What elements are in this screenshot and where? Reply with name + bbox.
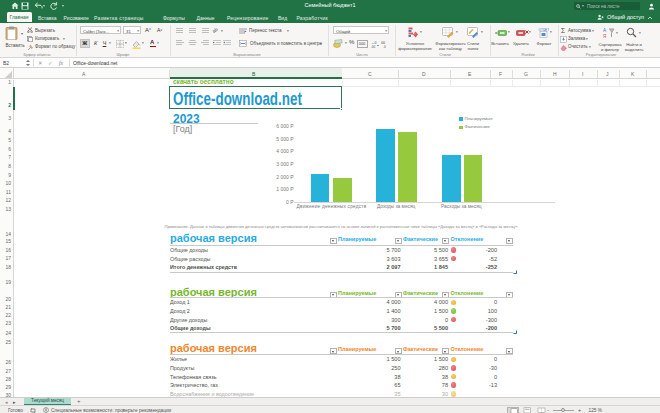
svg-text:Я: Я <box>603 33 606 38</box>
svg-text:ОТЧЕТ: ОТЧЕТ <box>539 27 550 31</box>
svg-text:→0: →0 <box>381 44 386 47</box>
svg-text:!: ! <box>415 32 416 37</box>
svg-text:.00: .00 <box>371 44 376 47</box>
svg-text:А: А <box>603 28 606 33</box>
